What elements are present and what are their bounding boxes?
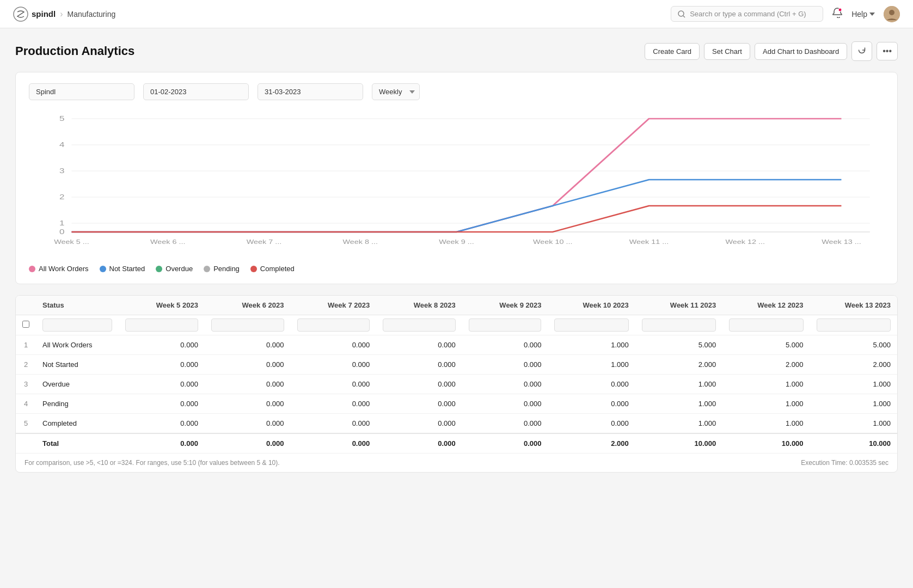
total-value-2: 0.000 [291, 433, 377, 453]
row-value-5: 1.000 [548, 335, 635, 355]
logo-icon [13, 7, 28, 22]
date-to-filter[interactable] [258, 83, 363, 100]
row-status: Not Started [36, 355, 119, 375]
total-value-4: 0.000 [462, 433, 548, 453]
filter-w12-input[interactable] [729, 318, 803, 332]
svg-line-2 [683, 16, 685, 17]
svg-text:Week 13 ...: Week 13 ... [822, 238, 861, 246]
company-filter[interactable] [29, 83, 134, 100]
avatar[interactable] [884, 6, 900, 22]
filter-w9-input[interactable] [469, 318, 542, 332]
svg-text:1: 1 [59, 219, 64, 227]
row-value-8: 2.000 [810, 355, 897, 375]
row-value-1: 0.000 [205, 375, 291, 394]
col-week9: Week 9 2023 [462, 296, 548, 315]
page-content: Production Analytics Create Card Set Cha… [0, 28, 913, 486]
chart-svg: 5 4 3 2 1 0 Week 5 ... Week 6 ... Week 7… [29, 113, 884, 255]
svg-point-1 [678, 11, 684, 16]
svg-text:Week 5 ...: Week 5 ... [54, 238, 89, 246]
period-filter[interactable]: Weekly Daily Monthly [372, 83, 420, 100]
svg-text:2: 2 [59, 193, 64, 201]
date-from-filter[interactable] [143, 83, 249, 100]
refresh-icon [857, 46, 866, 54]
legend-dot-overdue [156, 266, 162, 272]
row-value-1: 0.000 [205, 355, 291, 375]
row-value-5: 1.000 [548, 355, 635, 375]
footer-exec-time: Execution Time: 0.003535 sec [801, 459, 889, 467]
legend-dot-not-started [100, 266, 106, 272]
table-row: 3Overdue0.0000.0000.0000.0000.0000.0001.… [16, 375, 897, 394]
col-num [16, 296, 36, 315]
row-status: All Work Orders [36, 335, 119, 355]
row-num: 3 [16, 375, 36, 394]
svg-text:Week 8 ...: Week 8 ... [343, 238, 378, 246]
chart-legend: All Work Orders Not Started Overdue Pend… [29, 260, 884, 273]
add-chart-button[interactable]: Add Chart to Dashboard [755, 43, 847, 60]
help-button[interactable]: Help [851, 10, 875, 19]
svg-point-3 [838, 8, 842, 11]
table-body: 1All Work Orders0.0000.0000.0000.0000.00… [16, 335, 897, 454]
col-week11: Week 11 2023 [635, 296, 722, 315]
nav-left: spindl › Manufacturing [13, 7, 115, 22]
filter-w13-input[interactable] [817, 318, 891, 332]
row-value-1: 0.000 [205, 414, 291, 434]
more-options-button[interactable]: ••• [877, 42, 898, 60]
row-value-7: 5.000 [722, 335, 810, 355]
table-footer: For comparison, use >5, <10 or =324. For… [16, 453, 897, 472]
breadcrumb-separator: › [60, 9, 63, 19]
row-value-3: 0.000 [376, 375, 462, 394]
table-row: 5Completed0.0000.0000.0000.0000.0000.000… [16, 414, 897, 434]
filter-w6-input[interactable] [211, 318, 284, 332]
row-status: Overdue [36, 375, 119, 394]
table-row: 1All Work Orders0.0000.0000.0000.0000.00… [16, 335, 897, 355]
filter-w5-input[interactable] [125, 318, 198, 332]
row-value-3: 0.000 [376, 394, 462, 414]
legend-label-not-started: Not Started [109, 265, 145, 273]
search-placeholder: Search or type a command (Ctrl + G) [690, 10, 806, 18]
total-value-6: 10.000 [635, 433, 722, 453]
svg-text:0: 0 [59, 228, 64, 236]
row-value-0: 0.000 [119, 414, 205, 434]
row-value-2: 0.000 [291, 355, 377, 375]
svg-text:Week 11 ...: Week 11 ... [629, 238, 669, 246]
svg-text:Week 12 ...: Week 12 ... [725, 238, 764, 246]
set-chart-button[interactable]: Set Chart [704, 43, 750, 60]
filter-status-input[interactable] [42, 318, 112, 332]
filter-w13 [810, 315, 897, 335]
legend-item-completed[interactable]: Completed [250, 265, 295, 273]
row-value-7: 1.000 [722, 375, 810, 394]
legend-label-all-work-orders: All Work Orders [39, 265, 89, 273]
search-bar[interactable]: Search or type a command (Ctrl + G) [671, 6, 823, 22]
filter-w10 [548, 315, 635, 335]
row-value-2: 0.000 [291, 375, 377, 394]
refresh-button[interactable] [851, 41, 872, 61]
legend-item-not-started[interactable]: Not Started [100, 265, 145, 273]
legend-item-all-work-orders[interactable]: All Work Orders [29, 265, 89, 273]
row-value-8: 1.000 [810, 414, 897, 434]
svg-text:Week 9 ...: Week 9 ... [439, 238, 474, 246]
total-value-7: 10.000 [722, 433, 810, 453]
filter-w9 [462, 315, 548, 335]
row-value-7: 1.000 [722, 394, 810, 414]
row-value-0: 0.000 [119, 355, 205, 375]
filter-w11-input[interactable] [642, 318, 716, 332]
row-num: 5 [16, 414, 36, 434]
row-value-6: 1.000 [635, 394, 722, 414]
filter-w7-input[interactable] [297, 318, 370, 332]
row-value-0: 0.000 [119, 394, 205, 414]
row-value-8: 1.000 [810, 394, 897, 414]
filter-w10-input[interactable] [554, 318, 628, 332]
logo[interactable]: spindl [13, 7, 56, 22]
legend-item-pending[interactable]: Pending [204, 265, 240, 273]
filter-w8-input[interactable] [383, 318, 456, 332]
row-value-8: 1.000 [810, 375, 897, 394]
row-value-7: 2.000 [722, 355, 810, 375]
select-all-checkbox[interactable] [22, 321, 29, 328]
row-value-2: 0.000 [291, 414, 377, 434]
notification-button[interactable] [832, 7, 843, 21]
row-value-3: 0.000 [376, 414, 462, 434]
legend-item-overdue[interactable]: Overdue [156, 265, 193, 273]
svg-text:Week 10 ...: Week 10 ... [533, 238, 572, 246]
create-card-button[interactable]: Create Card [645, 43, 700, 60]
row-value-0: 0.000 [119, 335, 205, 355]
